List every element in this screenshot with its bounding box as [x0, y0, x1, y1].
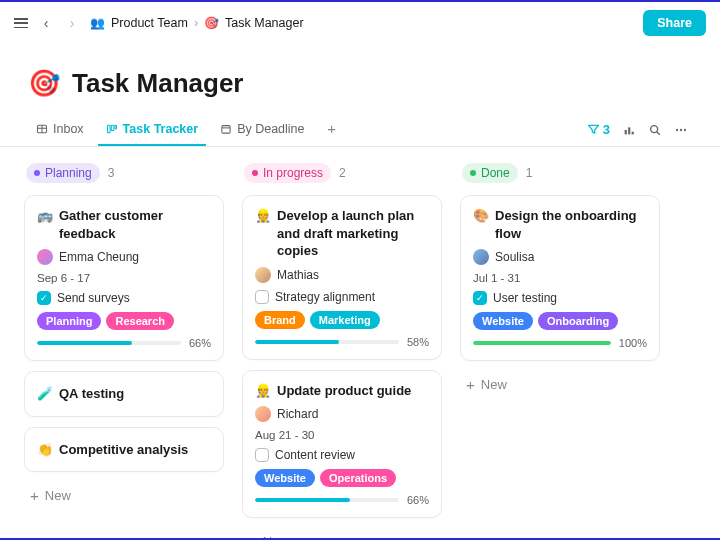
add-card-button[interactable]: +New [242, 528, 442, 540]
progress-percent: 58% [407, 336, 429, 348]
svg-rect-10 [632, 131, 634, 134]
card-title-text: Design the onboarding flow [495, 207, 647, 242]
tag[interactable]: Marketing [310, 311, 380, 329]
checkbox[interactable] [255, 448, 269, 462]
breadcrumb-parent[interactable]: Product Team [111, 16, 188, 30]
chart-icon [622, 123, 636, 137]
task-card[interactable]: 🧪QA testing [24, 371, 224, 417]
status-label: Planning [45, 166, 92, 180]
filter-button[interactable]: 3 [587, 122, 610, 137]
date-range: Sep 6 - 17 [37, 272, 211, 284]
page-emoji: 🎯 [28, 68, 60, 99]
tab-task-tracker[interactable]: Task Tracker [98, 114, 207, 146]
progress-row: 100% [473, 337, 647, 349]
status-pill[interactable]: In progress [244, 163, 331, 183]
tag-row: WebsiteOperations [255, 469, 429, 487]
checkbox[interactable] [255, 290, 269, 304]
new-label: New [45, 488, 71, 503]
card-title: 🚌Gather customer feedback [37, 207, 211, 242]
column-header: In progress2 [242, 161, 442, 185]
avatar [37, 249, 53, 265]
progress-bar [473, 341, 611, 345]
checklist-item[interactable]: Strategy alignment [255, 290, 429, 304]
share-button[interactable]: Share [643, 10, 706, 36]
card-title: 🎨Design the onboarding flow [473, 207, 647, 242]
filter-icon [587, 123, 600, 136]
tag[interactable]: Planning [37, 312, 101, 330]
progress-percent: 100% [619, 337, 647, 349]
tag[interactable]: Brand [255, 311, 305, 329]
more-button[interactable] [674, 123, 688, 137]
progress-fill [255, 340, 339, 344]
card-emoji: 👷 [255, 382, 271, 400]
add-card-button[interactable]: +New [460, 371, 660, 398]
assignee-row: Richard [255, 406, 429, 422]
task-card[interactable]: 👏Competitive analysis [24, 427, 224, 473]
svg-rect-4 [111, 125, 114, 130]
task-card[interactable]: 👷Develop a launch plan and draft marketi… [242, 195, 442, 360]
svg-rect-8 [625, 130, 627, 134]
svg-point-13 [676, 128, 678, 130]
checklist-label: Content review [275, 448, 355, 462]
assignee-name: Mathias [277, 268, 319, 282]
tag-row: WebsiteOnboarding [473, 312, 647, 330]
kanban-board: Planning3🚌Gather customer feedbackEmma C… [0, 147, 720, 540]
date-range: Aug 21 - 30 [255, 429, 429, 441]
card-emoji: 🚌 [37, 207, 53, 225]
checklist-item[interactable]: ✓Send surveys [37, 291, 211, 305]
calendar-icon [220, 123, 232, 135]
progress-fill [473, 341, 611, 345]
nav-forward-button[interactable]: › [64, 15, 80, 31]
progress-fill [255, 498, 350, 502]
status-pill[interactable]: Planning [26, 163, 100, 183]
card-emoji: 🎨 [473, 207, 489, 225]
task-card[interactable]: 🎨Design the onboarding flowSoulisaJul 1 … [460, 195, 660, 361]
plus-icon: + [30, 488, 39, 503]
task-card[interactable]: 👷Update product guideRichardAug 21 - 30C… [242, 370, 442, 519]
assignee-name: Emma Cheung [59, 250, 139, 264]
add-view-button[interactable]: + [319, 113, 345, 146]
tag[interactable]: Research [106, 312, 174, 330]
checklist-item[interactable]: ✓User testing [473, 291, 647, 305]
table-icon [36, 123, 48, 135]
breadcrumb-parent-emoji: 👥 [90, 16, 105, 30]
menu-icon[interactable] [14, 18, 28, 28]
card-emoji: 👷 [255, 207, 271, 225]
column-count: 1 [526, 166, 533, 180]
svg-point-11 [651, 125, 658, 132]
board-column: Planning3🚌Gather customer feedbackEmma C… [24, 161, 224, 509]
tab-inbox[interactable]: Inbox [28, 114, 92, 146]
status-pill[interactable]: Done [462, 163, 518, 183]
status-dot [470, 170, 476, 176]
new-label: New [481, 377, 507, 392]
card-title: 👷Update product guide [255, 382, 429, 400]
checklist-item[interactable]: Content review [255, 448, 429, 462]
tag[interactable]: Website [473, 312, 533, 330]
tab-by-deadline[interactable]: By Deadline [212, 114, 312, 146]
nav-back-button[interactable]: ‹ [38, 15, 54, 31]
status-label: Done [481, 166, 510, 180]
board-column: In progress2👷Develop a launch plan and d… [242, 161, 442, 540]
tag[interactable]: Onboarding [538, 312, 618, 330]
card-title: 👏Competitive analysis [37, 441, 211, 459]
chart-button[interactable] [622, 123, 636, 137]
add-card-button[interactable]: +New [24, 482, 224, 509]
progress-fill [37, 341, 132, 345]
topbar: ‹ › 👥 Product Team › 🎯 Task Manager Shar… [0, 2, 720, 44]
search-button[interactable] [648, 123, 662, 137]
tag[interactable]: Website [255, 469, 315, 487]
plus-icon: + [248, 534, 257, 540]
tag[interactable]: Operations [320, 469, 396, 487]
svg-rect-9 [628, 127, 630, 134]
card-emoji: 👏 [37, 441, 53, 459]
progress-percent: 66% [189, 337, 211, 349]
task-card[interactable]: 🚌Gather customer feedbackEmma CheungSep … [24, 195, 224, 361]
column-count: 3 [108, 166, 115, 180]
view-toolbar: 3 [587, 122, 692, 137]
breadcrumb-current-emoji: 🎯 [204, 16, 219, 30]
avatar [473, 249, 489, 265]
checkbox[interactable]: ✓ [37, 291, 51, 305]
progress-row: 58% [255, 336, 429, 348]
breadcrumb-current[interactable]: Task Manager [225, 16, 304, 30]
checkbox[interactable]: ✓ [473, 291, 487, 305]
